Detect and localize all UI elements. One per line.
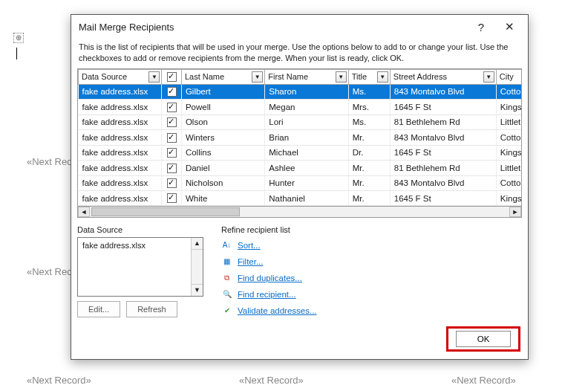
- cell-street-address: 843 Montalvo Blvd: [390, 84, 496, 99]
- cell-street-address: 1645 F St: [390, 190, 496, 205]
- dialog-titlebar[interactable]: Mail Merge Recipients ? ✕: [71, 15, 528, 39]
- cell-city: Littlet: [496, 114, 522, 129]
- cell-city: Kings: [496, 100, 522, 114]
- chevron-down-icon[interactable]: ▼: [252, 71, 263, 83]
- cell-title: Mr.: [348, 190, 390, 205]
- table-row[interactable]: fake address.xlsxCollinsMichaelDr.1645 F…: [79, 145, 523, 160]
- cell-data-source: fake address.xlsx: [79, 130, 162, 145]
- edit-button[interactable]: Edit...: [77, 301, 120, 317]
- checkbox-icon[interactable]: [167, 178, 177, 188]
- cell-title: Ms.: [348, 114, 390, 129]
- cell-street-address: 1645 F St: [390, 145, 496, 160]
- scroll-down-icon[interactable]: ▼: [192, 284, 203, 296]
- scroll-thumb[interactable]: [91, 207, 240, 216]
- table-row[interactable]: fake address.xlsxGilbertSharonMs.843 Mon…: [79, 84, 523, 99]
- table-row[interactable]: fake address.xlsxOlsonLoriMs.81 Bethlehe…: [79, 114, 523, 129]
- table-row[interactable]: fake address.xlsxPowellMeganMrs.1645 F S…: [79, 100, 523, 114]
- column-header-checkbox[interactable]: [162, 69, 182, 84]
- cell-first-name: Lori: [265, 114, 348, 129]
- ok-button[interactable]: OK: [456, 331, 511, 347]
- table-row[interactable]: fake address.xlsxNicholsonHunterMr.843 M…: [79, 175, 523, 190]
- scroll-right-icon[interactable]: ►: [509, 207, 521, 217]
- cell-data-source: fake address.xlsx: [79, 190, 162, 205]
- find-duplicates-icon: ⧉: [221, 272, 232, 283]
- data-source-label: Data Source: [77, 225, 203, 234]
- cell-last-name: Olson: [181, 114, 264, 129]
- cell-title: Mr.: [348, 175, 390, 190]
- checkbox-icon[interactable]: [167, 117, 177, 127]
- table-row[interactable]: fake address.xlsxWhiteNathanielMr.1645 F…: [79, 190, 523, 205]
- cell-checkbox[interactable]: [162, 161, 182, 175]
- help-button[interactable]: ?: [467, 18, 495, 36]
- checkbox-icon[interactable]: [167, 164, 177, 173]
- chevron-down-icon[interactable]: ▼: [148, 71, 160, 83]
- checkbox-icon[interactable]: [167, 87, 177, 97]
- cell-street-address: 1645 F St: [390, 100, 496, 114]
- cell-city: Cotto: [496, 130, 522, 145]
- recipients-table[interactable]: Data Source▼ Last Name▼ First Name▼ Titl…: [77, 68, 522, 206]
- column-header-title[interactable]: Title▼: [348, 69, 390, 84]
- refine-panel: Refine recipient list A↓Sort... ▦Filter.…: [221, 225, 317, 319]
- listbox-scrollbar[interactable]: ▲ ▼: [191, 238, 203, 296]
- column-header-city[interactable]: City: [496, 69, 522, 84]
- cell-first-name: Brian: [265, 130, 348, 145]
- cell-data-source: fake address.xlsx: [79, 84, 162, 99]
- table-row[interactable]: fake address.xlsxWintersBrianMr.843 Mont…: [79, 130, 523, 145]
- merge-field-next-record: «Next Record»: [239, 375, 304, 386]
- table-row[interactable]: fake address.xlsxDanielAshleeMr.81 Bethl…: [79, 161, 523, 175]
- checkbox-icon[interactable]: [167, 103, 177, 112]
- merge-field-next-record: «Next Record»: [451, 375, 516, 386]
- column-header-last-name[interactable]: Last Name▼: [181, 69, 264, 84]
- cell-last-name: Nicholson: [181, 175, 264, 190]
- chevron-down-icon[interactable]: ▼: [483, 71, 494, 83]
- chevron-down-icon[interactable]: ▼: [377, 71, 388, 83]
- checkbox-icon[interactable]: [167, 193, 177, 203]
- text-caret: [16, 48, 17, 59]
- chevron-down-icon[interactable]: ▼: [336, 71, 347, 83]
- cell-checkbox[interactable]: [162, 114, 182, 129]
- horizontal-scrollbar[interactable]: ◄ ►: [77, 206, 522, 218]
- cell-title: Mrs.: [348, 100, 390, 114]
- cell-city: Littlet: [496, 161, 522, 175]
- cell-data-source: fake address.xlsx: [79, 100, 162, 114]
- refresh-button[interactable]: Refresh: [126, 301, 177, 317]
- checkbox-icon[interactable]: [167, 133, 177, 143]
- cell-data-source: fake address.xlsx: [79, 145, 162, 160]
- cell-city: Cotto: [496, 84, 522, 99]
- filter-link[interactable]: Filter...: [238, 257, 264, 266]
- sort-link[interactable]: Sort...: [238, 241, 261, 250]
- cell-data-source: fake address.xlsx: [79, 114, 162, 129]
- cell-checkbox[interactable]: [162, 130, 182, 145]
- cell-last-name: Gilbert: [181, 84, 264, 99]
- cell-checkbox[interactable]: [162, 145, 182, 160]
- cell-checkbox[interactable]: [162, 175, 182, 190]
- column-header-first-name[interactable]: First Name▼: [265, 69, 348, 84]
- cell-first-name: Nathaniel: [265, 190, 348, 205]
- dialog-instructions: This is the list of recipients that will…: [71, 39, 528, 68]
- cell-last-name: Daniel: [181, 161, 264, 175]
- close-button[interactable]: ✕: [495, 18, 523, 36]
- cell-checkbox[interactable]: [162, 100, 182, 114]
- cell-street-address: 843 Montalvo Blvd: [390, 130, 496, 145]
- scroll-up-icon[interactable]: ▲: [192, 238, 203, 250]
- scroll-left-icon[interactable]: ◄: [78, 207, 90, 217]
- cell-title: Mr.: [348, 161, 390, 175]
- cell-street-address: 843 Montalvo Blvd: [390, 175, 496, 190]
- data-source-item[interactable]: fake address.xlsx: [82, 241, 146, 250]
- refine-label: Refine recipient list: [221, 225, 317, 234]
- checkbox-icon[interactable]: [167, 148, 177, 158]
- find-recipient-link[interactable]: Find recipient...: [238, 290, 296, 299]
- column-header-street-address[interactable]: Street Address▼: [390, 69, 496, 84]
- validate-link[interactable]: Validate addresses...: [238, 306, 317, 315]
- find-duplicates-link[interactable]: Find duplicates...: [238, 274, 302, 282]
- cell-first-name: Sharon: [265, 84, 348, 99]
- data-source-panel: Data Source fake address.xlsx ▲ ▼ Edit..…: [77, 225, 203, 319]
- column-header-data-source[interactable]: Data Source▼: [79, 69, 162, 84]
- cell-checkbox[interactable]: [162, 190, 182, 205]
- validate-icon: ✔: [221, 305, 232, 316]
- checkbox-icon[interactable]: [167, 72, 177, 82]
- cell-first-name: Ashlee: [265, 161, 348, 175]
- cell-title: Mr.: [348, 130, 390, 145]
- cell-checkbox[interactable]: [162, 84, 182, 99]
- data-source-listbox[interactable]: fake address.xlsx ▲ ▼: [77, 237, 203, 297]
